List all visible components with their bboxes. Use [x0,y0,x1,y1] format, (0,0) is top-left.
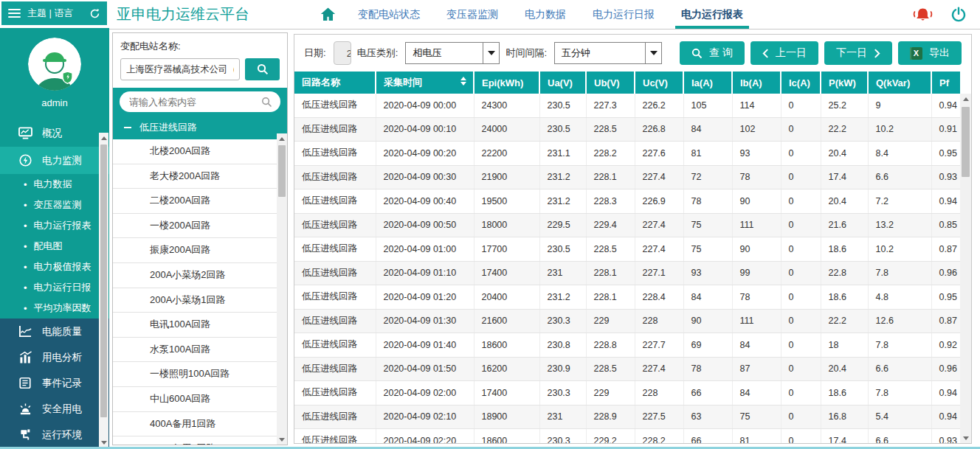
table-cell: 78 [683,357,732,381]
table-row[interactable]: 低压进线回路 2020-04-09 02:10 18900 231 228.9 … [294,405,960,429]
theme-language-label[interactable]: 主题 | 语言 [27,7,74,20]
table-row[interactable]: 低压进线回路 2020-04-09 00:30 21900 231.2 228.… [294,165,960,189]
sidebar-item[interactable]: 用电分析 [0,344,109,370]
column-header[interactable]: Ic(A) [781,72,821,94]
scroll-up-icon[interactable] [960,94,971,104]
scroll-up-icon[interactable] [277,133,287,144]
tree-item[interactable]: 二楼200A回路 [113,189,287,214]
column-header-sortable[interactable]: 采集时间 [376,72,474,94]
tree-item[interactable]: 水泵100A回路 [113,338,287,363]
scroll-down-icon[interactable] [277,434,287,445]
column-header[interactable]: Ua(V) [539,72,586,94]
home-icon[interactable] [320,7,336,21]
table-row[interactable]: 低压进线回路 2020-04-09 00:50 18000 229.5 229.… [294,213,960,237]
table-row[interactable]: 低压进线回路 2020-04-09 00:00 24300 230.5 227.… [294,94,960,117]
scroll-down-icon[interactable] [960,433,971,443]
station-name-input[interactable] [120,58,240,80]
interval-select[interactable]: 五分钟 [554,42,662,64]
sidebar-item[interactable]: 概况 [0,119,109,147]
menu-icon[interactable] [8,9,21,18]
tree-item[interactable]: 200A小菜场1回路 [113,288,287,313]
sidebar-subitem[interactable]: 电力极值报表 [0,257,109,277]
sort-icon[interactable] [460,77,466,86]
tree-item[interactable]: 老大楼200A回路 [113,164,287,189]
column-header[interactable]: Uc(V) [635,72,683,94]
table-scrollbar[interactable] [960,94,971,443]
column-header[interactable]: Ub(V) [586,72,635,94]
scroll-down-icon[interactable] [99,437,108,448]
previous-day-button[interactable]: 上一日 [750,41,818,65]
tree-search-input[interactable] [128,96,261,108]
tree-item[interactable]: 北楼200A回路 [113,139,287,164]
table-row[interactable]: 低压进线回路 2020-04-09 01:40 18600 230.8 228.… [294,333,960,358]
sidebar-item[interactable]: 运行环境 [0,422,109,448]
table-row[interactable]: 低压进线回路 2020-04-09 01:20 20400 231.2 228.… [294,285,960,310]
tree-item[interactable]: 一楼200A回路 [113,214,287,239]
tree-item[interactable]: 200A小菜场2回路 [113,263,287,288]
scrollbar-thumb[interactable] [962,107,970,177]
sidebar-subitem[interactable]: 平均功率因数 [0,298,109,319]
column-header[interactable]: Epi(kWh) [474,72,539,94]
table-row[interactable]: 低压进线回路 2020-04-09 01:50 16200 230.9 228.… [294,357,960,381]
table-cell: 7.8 [868,261,931,285]
voltage-type-select[interactable]: 相电压 [405,42,500,64]
alarm-bell-icon[interactable] [911,6,934,24]
table-row[interactable]: 低压进线回路 2020-04-09 01:10 17400 231 228.1 … [294,261,960,285]
sidebar-item[interactable]: 电能质量 [0,319,109,344]
sidebar-subitem[interactable]: 电力数据 [0,174,109,195]
table-row[interactable]: 低压进线回路 2020-04-09 00:20 22200 231.1 228.… [294,142,960,166]
station-search-button[interactable] [245,58,280,80]
table-row[interactable]: 低压进线回路 2020-04-09 02:20 18600 230.3 229.… [294,429,960,444]
tree-item[interactable]: 400A备用2回路 [113,436,287,445]
nav-tab[interactable]: 变配电站状态 [358,0,420,29]
power-logout-icon[interactable] [950,7,967,23]
table-row[interactable]: 低压进线回路 2020-04-09 01:30 21600 230.3 229 … [294,309,960,333]
sidebar-item[interactable]: 事件记录 [0,370,109,396]
tree-scrollbar[interactable] [277,133,287,445]
tree-item[interactable]: 中山600A回路 [113,387,287,412]
table-cell: 87 [732,357,781,381]
tree-item[interactable]: 一楼照明100A回路 [113,362,287,387]
nav-tab[interactable]: 变压器监测 [446,0,498,29]
column-header[interactable]: Q(kVar) [868,72,931,94]
column-header[interactable]: Ib(A) [732,72,781,94]
scrollbar-thumb[interactable] [278,145,286,197]
query-button[interactable]: 查 询 [680,41,745,65]
table-row[interactable]: 低压进线回路 2020-04-09 02:00 17400 230.3 229 … [294,381,960,406]
table-row[interactable]: 低压进线回路 2020-04-09 00:40 19500 231.2 228.… [294,189,960,214]
sidebar-item[interactable]: 安全用电 [0,396,109,422]
scroll-up-icon[interactable] [99,133,108,143]
search-icon [691,48,703,59]
sidebar-subitem[interactable]: 电力运行报表 [0,215,109,236]
table-row[interactable]: 低压进线回路 2020-04-09 00:10 24000 230.5 228.… [294,117,960,142]
column-header[interactable]: P(kW) [821,72,868,94]
nav-tab[interactable]: 电力运行报表 [681,0,743,29]
sidebar-subitem[interactable]: 变压器监测 [0,195,109,215]
sidebar-scrollbar[interactable] [99,133,108,448]
nav-tab[interactable]: 电力数据 [525,0,566,29]
refresh-icon[interactable] [89,8,100,19]
next-day-button[interactable]: 下一日 [824,41,892,65]
export-button[interactable]: X 导出 [898,41,962,65]
collapse-icon[interactable] [124,127,131,128]
power-monitor-icon [18,154,32,167]
tree-item[interactable]: 400A备用1回路 [113,412,287,437]
tree-item[interactable]: 电讯100A回路 [113,313,287,338]
column-header[interactable]: 回路名称 [294,72,376,94]
column-header[interactable]: Ia(A) [683,72,732,94]
sidebar-subitem[interactable]: 电力运行日报 [0,277,109,298]
sidebar-item[interactable]: 电力监测 [0,147,109,174]
tree-root-node[interactable]: 低压进线回路 [113,116,287,139]
scrollbar-thumb[interactable] [100,145,107,417]
table-cell: 66 [683,429,732,444]
table-cell: 227.7 [635,333,683,358]
sidebar-subitem[interactable]: 配电图 [0,236,109,257]
table-cell: 20.4 [821,142,868,166]
nav-tab[interactable]: 电力运行日报 [593,0,655,29]
table-cell: 84 [732,381,781,406]
table-row[interactable]: 低压进线回路 2020-04-09 01:00 17700 230.5 228.… [294,237,960,262]
column-header[interactable]: Pf [931,72,960,94]
table-cell: 19500 [474,189,539,214]
date-picker[interactable]: 2020-04-09 [334,41,351,65]
tree-item[interactable]: 振康200A回路 [113,238,287,263]
